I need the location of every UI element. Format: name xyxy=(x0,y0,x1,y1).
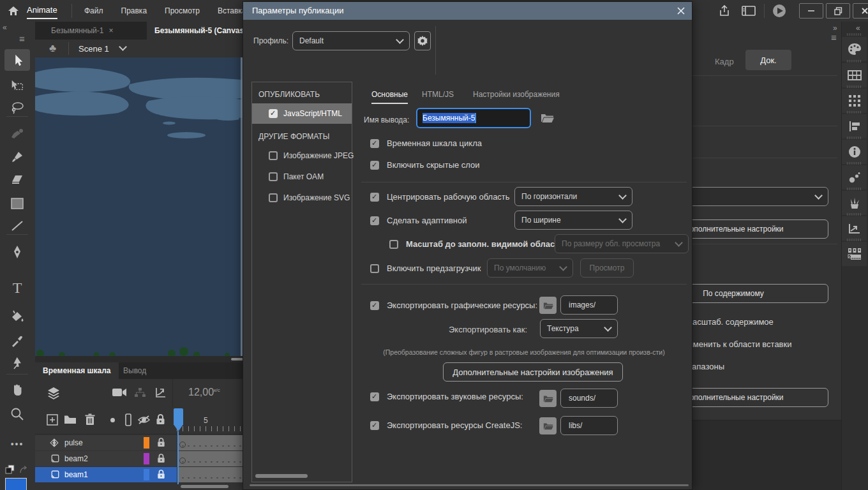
layer-color-chip[interactable] xyxy=(144,469,149,480)
eye-hidden-icon[interactable] xyxy=(137,415,151,425)
color-panel-icon[interactable] xyxy=(842,37,867,61)
dialog-horizontal-scrollbar[interactable] xyxy=(250,484,689,486)
layer-frames-beam1[interactable] xyxy=(177,467,246,482)
format-jpeg-checkbox[interactable] xyxy=(269,151,278,160)
center-stage-row[interactable]: Центрировать рабочую область xyxy=(370,192,510,202)
dialog-titlebar[interactable]: Параметры публикации xyxy=(243,2,692,20)
motion-graph-icon[interactable] xyxy=(155,387,167,398)
layer-row-beam2[interactable]: beam2 xyxy=(35,451,177,466)
properties-menu-icon[interactable]: ≡ xyxy=(831,32,837,43)
node-hierarchy-icon[interactable] xyxy=(134,387,146,397)
profile-select[interactable]: Default xyxy=(292,31,410,50)
responsive-select[interactable]: По ширине xyxy=(514,211,632,230)
layer-row-pulse[interactable]: pulse xyxy=(35,435,177,450)
subselection-tool[interactable] xyxy=(4,75,30,96)
libs-folder-button[interactable] xyxy=(539,417,557,434)
restore-button[interactable] xyxy=(826,3,850,19)
hidden-layers-checkbox[interactable] xyxy=(370,161,379,170)
brush-library-panel-icon[interactable] xyxy=(842,191,867,215)
zoom-tool[interactable] xyxy=(4,403,30,425)
eraser-tool[interactable] xyxy=(4,168,30,190)
libs-path-field[interactable]: libs/ xyxy=(560,416,618,435)
pen-tool[interactable] xyxy=(4,242,30,264)
playhead-line[interactable] xyxy=(177,431,179,484)
hand-tool[interactable] xyxy=(4,379,30,401)
layer-folder-icon[interactable] xyxy=(64,415,77,424)
assets-panel-icon[interactable] xyxy=(842,165,867,189)
tab-doc[interactable]: Док. xyxy=(745,50,791,70)
export-createjs-checkbox[interactable] xyxy=(370,421,379,430)
center-stage-checkbox[interactable] xyxy=(370,193,379,202)
tab-image-settings[interactable]: Настройки изображения xyxy=(473,90,560,99)
image-settings-button[interactable]: Дополнительные настройки изображения xyxy=(443,362,623,382)
dock-grip-7[interactable] xyxy=(847,188,862,190)
format-svg[interactable]: Изображение SVG xyxy=(269,193,350,202)
timeline-horizontal-scrollbar[interactable] xyxy=(181,485,228,488)
layer-frames-pulse[interactable] xyxy=(177,435,246,450)
onion-dot-icon[interactable] xyxy=(110,418,115,422)
scene-name[interactable]: Scene 1 xyxy=(79,44,109,54)
trash-icon[interactable] xyxy=(85,413,95,426)
minimize-button[interactable] xyxy=(799,3,823,19)
loop-timeline-checkbox[interactable] xyxy=(370,139,379,148)
paint-bucket-tool[interactable] xyxy=(4,306,30,327)
responsive-checkbox[interactable] xyxy=(370,216,379,225)
layer-color-chip[interactable] xyxy=(144,453,149,464)
format-jpeg[interactable]: Изображение JPEG xyxy=(269,151,354,160)
dock-grip-5[interactable] xyxy=(847,137,862,139)
loop-timeline-row[interactable]: Временная шкала цикла xyxy=(370,138,482,148)
export-images-checkbox[interactable] xyxy=(370,301,379,310)
output-name-input[interactable]: Безымянный-5 xyxy=(416,108,531,128)
collapse-left-icon-strip[interactable]: « xyxy=(856,24,860,33)
align-panel-icon[interactable] xyxy=(842,114,867,138)
motion-editor-panel-icon[interactable] xyxy=(842,216,867,241)
frame-rate[interactable]: 12,00к/с xyxy=(188,387,220,398)
tab-output[interactable]: Вывод xyxy=(117,362,153,379)
layer-color-chip[interactable] xyxy=(144,437,149,449)
format-oam-checkbox[interactable] xyxy=(269,172,278,181)
lock-icon[interactable] xyxy=(157,469,165,480)
info-panel-icon[interactable] xyxy=(842,140,867,164)
profile-options-button[interactable] xyxy=(414,31,431,50)
export-images-row[interactable]: Экспортировать графические ресурсы: xyxy=(370,301,537,310)
tab-htmljs[interactable]: HTML/JS xyxy=(422,90,454,99)
scene-chevron-down-icon[interactable] xyxy=(119,43,127,51)
more-tools-icon[interactable]: ••• xyxy=(4,433,30,455)
collapse-left-icon[interactable]: « xyxy=(3,23,7,32)
format-javascript-html[interactable]: JavaScript/HTML xyxy=(252,103,352,124)
export-createjs-row[interactable]: Экспортировать ресурсы CreateJS: xyxy=(370,420,522,430)
add-layer-icon[interactable] xyxy=(47,414,58,426)
fluid-brush-tool[interactable] xyxy=(4,122,30,144)
line-tool[interactable] xyxy=(4,215,30,237)
selection-tool[interactable] xyxy=(4,49,30,71)
images-folder-button[interactable] xyxy=(539,297,557,314)
close-window-button[interactable] xyxy=(853,3,868,19)
workspace-icon[interactable] xyxy=(742,6,756,16)
hidden-layers-row[interactable]: Включить скрытые слои xyxy=(370,160,480,170)
sounds-path-field[interactable]: sounds/ xyxy=(560,389,618,408)
default-colors-icon[interactable] xyxy=(4,464,16,475)
format-oam[interactable]: Пакет OAM xyxy=(269,172,324,181)
tab-basic[interactable]: Основные xyxy=(371,90,408,104)
eyedropper-tool[interactable] xyxy=(4,330,30,352)
menu-view[interactable]: Просмотр xyxy=(156,0,209,22)
preloader-checkbox[interactable] xyxy=(370,264,379,273)
tab-timeline[interactable]: Временная шкала xyxy=(35,362,119,379)
responsive-row[interactable]: Сделать адаптивной xyxy=(370,216,467,225)
app-menu-animate[interactable]: Animate xyxy=(27,5,57,19)
fill-color-swatch[interactable] xyxy=(5,478,27,490)
dock-grip-1[interactable] xyxy=(847,33,862,36)
lock-all-icon[interactable] xyxy=(156,413,165,426)
dock-grip-2[interactable] xyxy=(847,60,862,63)
formats-panel-scrollbar[interactable] xyxy=(255,474,308,478)
dock-grip-3[interactable] xyxy=(847,85,862,88)
menu-edit[interactable]: Правка xyxy=(112,0,156,22)
export-as-select[interactable]: Текстура xyxy=(540,319,618,338)
images-path-field[interactable]: images/ xyxy=(560,295,618,315)
swatches-panel-icon[interactable] xyxy=(842,63,867,87)
share-icon[interactable] xyxy=(718,4,731,17)
menu-file[interactable]: Файл xyxy=(75,0,112,22)
rectangle-tool[interactable] xyxy=(4,193,30,214)
asset-warp-tool[interactable] xyxy=(4,352,30,374)
dock-grip-9[interactable] xyxy=(847,239,862,241)
